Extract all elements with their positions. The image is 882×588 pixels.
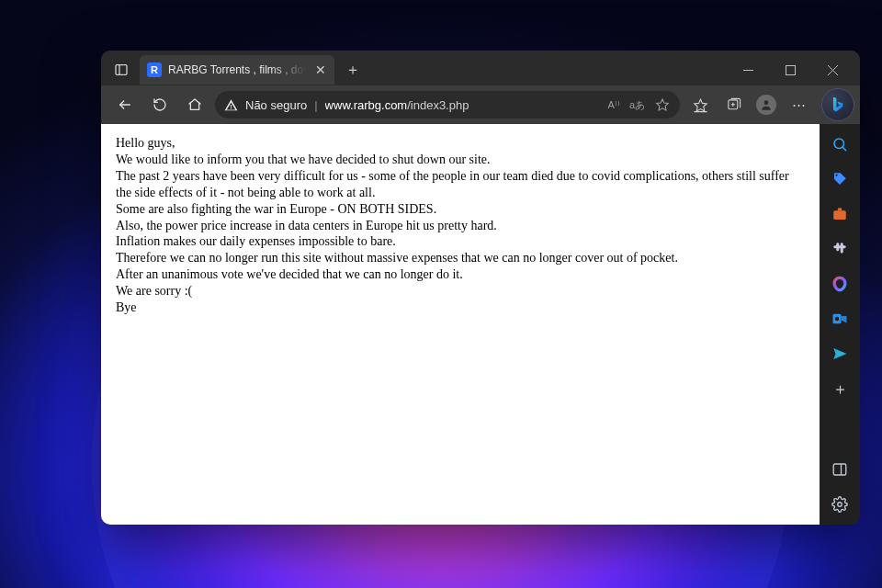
new-tab-button[interactable]: ＋ bbox=[340, 57, 366, 83]
sidebar-shopping-icon[interactable] bbox=[829, 168, 851, 190]
page-line: Hello guys, bbox=[116, 135, 805, 152]
tab-title: RARBG Torrents , films , downloa bbox=[168, 63, 306, 76]
svg-rect-3 bbox=[786, 65, 795, 74]
tab-close-button[interactable]: ✕ bbox=[312, 62, 329, 78]
svg-point-21 bbox=[838, 503, 842, 507]
sidebar-tools-icon[interactable] bbox=[829, 203, 851, 225]
svg-line-15 bbox=[842, 147, 846, 151]
tab-actions-button[interactable] bbox=[108, 57, 134, 83]
page-content: Hello guys,We would like to inform you t… bbox=[101, 124, 820, 525]
sidebar-search-icon[interactable] bbox=[829, 133, 851, 155]
svg-rect-19 bbox=[833, 464, 846, 475]
sidebar-split-icon[interactable] bbox=[829, 458, 851, 481]
page-line: Inflation makes our daily expenses impos… bbox=[116, 233, 805, 250]
window-controls bbox=[728, 56, 853, 84]
svg-point-18 bbox=[835, 317, 840, 322]
security-label: Não seguro bbox=[245, 98, 307, 112]
browser-window: R RARBG Torrents , films , downloa ✕ ＋ bbox=[101, 51, 860, 525]
more-menu-button[interactable]: ⋯ bbox=[785, 90, 814, 119]
address-bar[interactable]: Não seguro | www.rarbg.com/index3.php A⁾… bbox=[215, 91, 680, 119]
sidebar-settings-icon[interactable] bbox=[829, 493, 851, 515]
url-separator: | bbox=[314, 98, 317, 112]
bing-sidebar-button[interactable] bbox=[821, 88, 854, 121]
page-line: We are sorry :( bbox=[116, 283, 805, 300]
not-secure-icon bbox=[224, 98, 238, 112]
tab-bar: R RARBG Torrents , films , downloa ✕ ＋ bbox=[101, 51, 860, 85]
translate-icon[interactable]: aあ bbox=[629, 96, 645, 113]
sidebar-m365-icon[interactable] bbox=[829, 273, 851, 295]
back-button[interactable] bbox=[110, 90, 140, 119]
collections-button[interactable] bbox=[718, 90, 748, 119]
page-line: We would like to inform you that we have… bbox=[116, 152, 805, 168]
svg-rect-0 bbox=[116, 65, 127, 75]
favorites-button[interactable] bbox=[685, 90, 715, 119]
sidebar-add-button[interactable]: ＋ bbox=[829, 378, 851, 400]
minimize-button[interactable] bbox=[728, 56, 768, 84]
svg-rect-16 bbox=[833, 210, 846, 220]
svg-marker-7 bbox=[657, 99, 669, 110]
page-line: After an unanimous vote we've decided th… bbox=[116, 266, 805, 283]
maximize-button[interactable] bbox=[770, 56, 810, 84]
avatar-icon bbox=[756, 95, 776, 115]
page-line: The past 2 years have been very difficul… bbox=[116, 168, 805, 201]
page-line: Therefore we can no longer run this site… bbox=[116, 250, 805, 266]
refresh-button[interactable] bbox=[145, 90, 175, 119]
url-text: www.rarbg.com/index3.php bbox=[325, 98, 469, 112]
sidebar-games-icon[interactable] bbox=[829, 238, 851, 260]
favorite-star-icon[interactable] bbox=[654, 96, 671, 113]
svg-point-13 bbox=[764, 100, 769, 105]
svg-marker-8 bbox=[694, 99, 706, 111]
close-window-button[interactable] bbox=[812, 56, 853, 84]
profile-button[interactable] bbox=[752, 90, 781, 119]
tab-favicon: R bbox=[147, 62, 162, 77]
edge-sidebar: ＋ bbox=[820, 124, 860, 525]
toolbar: Não seguro | www.rarbg.com/index3.php A⁾… bbox=[101, 85, 860, 124]
read-aloud-icon[interactable]: A⁾⁾ bbox=[608, 96, 620, 113]
browser-tab[interactable]: R RARBG Torrents , films , downloa ✕ bbox=[140, 55, 334, 85]
page-line: Also, the power price increase in data c… bbox=[116, 218, 805, 234]
sidebar-outlook-icon[interactable] bbox=[829, 308, 851, 330]
page-line: Bye bbox=[116, 300, 805, 316]
home-button[interactable] bbox=[180, 90, 209, 119]
sidebar-drop-icon[interactable] bbox=[829, 343, 851, 365]
page-line: Some are also fighting the war in Europe… bbox=[116, 201, 805, 218]
